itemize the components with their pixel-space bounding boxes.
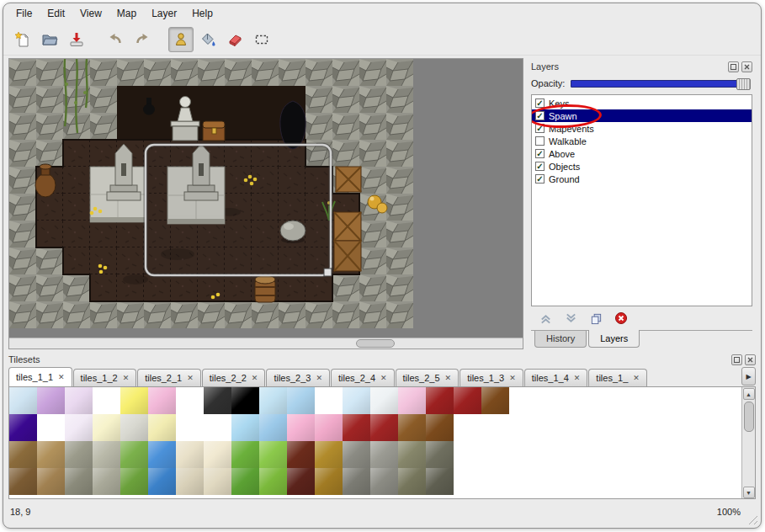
tile[interactable] <box>315 387 343 414</box>
tile[interactable] <box>37 468 65 495</box>
tile[interactable] <box>398 414 426 441</box>
selection-handle[interactable] <box>324 269 332 276</box>
close-tab-icon[interactable]: ✕ <box>58 374 65 381</box>
layer-row-keys[interactable]: ✓Keys <box>532 97 752 109</box>
tile[interactable] <box>343 441 370 468</box>
menu-help[interactable]: Help <box>184 5 220 22</box>
tile[interactable] <box>454 414 481 441</box>
tiles-vertical-scrollbar[interactable]: ▲ ▼ <box>741 387 755 498</box>
close-tab-icon[interactable]: ✕ <box>252 375 258 382</box>
tile[interactable] <box>176 468 204 495</box>
layer-row-spawn[interactable]: ✓Spawn <box>532 109 752 122</box>
tile[interactable] <box>287 414 315 441</box>
scroll-down-button[interactable]: ▼ <box>743 487 755 498</box>
tile[interactable] <box>287 387 315 414</box>
tile[interactable] <box>9 441 37 468</box>
tile[interactable] <box>370 441 398 468</box>
tile[interactable] <box>93 468 120 495</box>
panel-tab-layers[interactable]: Layers <box>588 330 640 348</box>
close-tab-icon[interactable]: ✕ <box>123 375 130 382</box>
tile[interactable] <box>176 387 204 414</box>
layer-row-mapevents[interactable]: ✓Mapevents <box>532 122 752 135</box>
new-file-button[interactable] <box>10 27 35 52</box>
map-canvas[interactable] <box>9 59 523 338</box>
opacity-slider-handle[interactable] <box>736 78 751 90</box>
scrollbar-thumb[interactable] <box>744 402 754 432</box>
tileset-tab-tiles_1_3[interactable]: tiles_1_3✕ <box>460 369 523 386</box>
tile[interactable] <box>343 414 370 441</box>
duplicate-layer-button[interactable] <box>588 311 603 326</box>
menu-map[interactable]: Map <box>109 5 144 22</box>
close-tab-icon[interactable]: ✕ <box>509 375 516 382</box>
tile[interactable] <box>176 441 204 468</box>
tile[interactable] <box>120 441 148 468</box>
panel-tab-history[interactable]: History <box>534 331 587 348</box>
tile[interactable] <box>259 387 287 414</box>
scroll-up-button[interactable]: ▲ <box>743 388 755 400</box>
close-tab-icon[interactable]: ✕ <box>445 375 452 382</box>
layer-visibility-checkbox[interactable]: ✓ <box>535 98 545 108</box>
tile[interactable] <box>315 468 343 495</box>
close-tab-icon[interactable]: ✕ <box>380 375 387 382</box>
layer-row-objects[interactable]: ✓Objects <box>532 160 752 173</box>
tile[interactable] <box>148 468 176 495</box>
tile[interactable] <box>259 441 287 468</box>
layer-visibility-checkbox[interactable]: ✓ <box>535 149 545 158</box>
tile[interactable] <box>287 468 315 495</box>
tile[interactable] <box>37 387 65 414</box>
tile[interactable] <box>231 414 259 441</box>
tile[interactable] <box>343 387 370 414</box>
tile[interactable] <box>176 414 204 441</box>
tile[interactable] <box>231 387 259 414</box>
tile[interactable] <box>426 414 454 441</box>
layer-row-walkable[interactable]: Walkable <box>532 135 752 147</box>
menu-view[interactable]: View <box>72 5 109 22</box>
close-panel-button[interactable] <box>741 61 752 72</box>
tileset-tab-tiles_1_4[interactable]: tiles_1_4✕ <box>524 369 588 386</box>
layer-row-ground[interactable]: ✓Ground <box>532 173 752 185</box>
layer-visibility-checkbox[interactable]: ✓ <box>535 111 545 120</box>
close-tab-icon[interactable]: ✕ <box>316 375 322 382</box>
close-tab-icon[interactable]: ✕ <box>187 375 194 382</box>
tile[interactable] <box>9 414 37 441</box>
tile[interactable] <box>231 468 259 495</box>
tile[interactable] <box>204 414 231 441</box>
layer-row-above[interactable]: ✓Above <box>532 147 752 160</box>
tile[interactable] <box>148 414 176 441</box>
tile[interactable] <box>120 387 148 414</box>
tile[interactable] <box>426 387 454 414</box>
float-panel-button[interactable] <box>728 61 739 72</box>
tile[interactable] <box>9 387 37 414</box>
tile[interactable] <box>426 441 454 468</box>
tile[interactable] <box>315 441 343 468</box>
tileset-tab-tiles_2_2[interactable]: tiles_2_2✕ <box>202 369 266 386</box>
menu-file[interactable]: File <box>8 5 40 22</box>
tile[interactable] <box>204 441 231 468</box>
tile[interactable] <box>65 441 93 468</box>
tileset-tab-tiles_1_[interactable]: tiles_1_✕ <box>588 369 646 386</box>
layer-visibility-checkbox[interactable]: ✓ <box>535 162 545 171</box>
map-horizontal-scrollbar[interactable] <box>9 338 523 348</box>
tile[interactable] <box>204 468 231 495</box>
tile[interactable] <box>370 468 398 495</box>
tile[interactable] <box>148 387 176 414</box>
tile[interactable] <box>343 468 370 495</box>
tile[interactable] <box>287 441 315 468</box>
tileset-tab-tiles_1_1[interactable]: tiles_1_1✕ <box>8 367 72 387</box>
fill-tool-button[interactable] <box>195 27 220 52</box>
open-file-button[interactable] <box>37 27 62 52</box>
tile[interactable] <box>370 414 398 441</box>
tile[interactable] <box>93 441 120 468</box>
tile[interactable] <box>93 387 120 414</box>
float-panel-button[interactable] <box>731 354 742 365</box>
tile[interactable] <box>120 468 148 495</box>
scroll-tabs-right-button[interactable]: ▶ <box>741 367 756 386</box>
close-tab-icon[interactable]: ✕ <box>574 375 581 382</box>
lower-layer-button[interactable] <box>563 311 578 326</box>
tileset-tab-tiles_2_4[interactable]: tiles_2_4✕ <box>331 369 395 386</box>
tile[interactable] <box>481 414 509 441</box>
stamp-tool-button[interactable] <box>168 27 194 52</box>
tile[interactable] <box>204 387 231 414</box>
save-button[interactable] <box>64 27 89 52</box>
layer-visibility-checkbox[interactable]: ✓ <box>535 124 545 133</box>
